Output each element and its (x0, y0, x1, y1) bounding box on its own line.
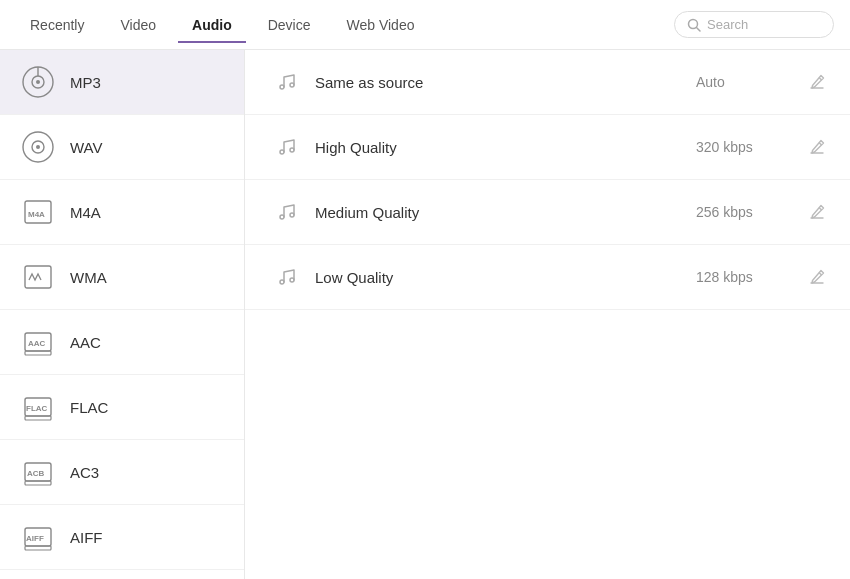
wav-icon (20, 129, 56, 165)
svg-rect-23 (25, 546, 51, 550)
music-note-icon-1 (269, 136, 305, 158)
content-panel: Same as source Auto High Quality 320 (245, 50, 850, 579)
svg-point-30 (280, 280, 284, 284)
search-icon (687, 18, 701, 32)
svg-rect-11 (25, 266, 51, 288)
wma-icon (20, 259, 56, 295)
tab-recently[interactable]: Recently (16, 9, 98, 43)
search-box[interactable] (674, 11, 834, 38)
svg-text:M4A: M4A (28, 210, 45, 219)
sidebar-item-ac3[interactable]: ACB AC3 (0, 440, 244, 505)
svg-point-26 (280, 150, 284, 154)
ac3-icon: ACB (20, 454, 56, 490)
music-note-icon-0 (269, 71, 305, 93)
tab-video[interactable]: Video (106, 9, 170, 43)
svg-point-28 (280, 215, 284, 219)
music-note-icon-2 (269, 201, 305, 223)
aac-icon: AAC (20, 324, 56, 360)
sidebar-label-flac: FLAC (70, 399, 108, 416)
tab-device[interactable]: Device (254, 9, 325, 43)
sidebar-item-aac[interactable]: AAC AAC (0, 310, 244, 375)
sidebar-item-flac[interactable]: FLAC FLAC (0, 375, 244, 440)
row-label-low-quality: Low Quality (315, 269, 696, 286)
music-note-icon-3 (269, 266, 305, 288)
sidebar-label-ac3: AC3 (70, 464, 99, 481)
row-label-same-as-source: Same as source (315, 74, 696, 91)
tab-audio[interactable]: Audio (178, 9, 246, 43)
search-input[interactable] (707, 17, 821, 32)
row-label-high-quality: High Quality (315, 139, 696, 156)
flac-icon: FLAC (20, 389, 56, 425)
tab-web-video[interactable]: Web Video (332, 9, 428, 43)
svg-text:FLAC: FLAC (26, 404, 48, 413)
sidebar-item-mp3[interactable]: MP3 (0, 50, 244, 115)
sidebar-label-wav: WAV (70, 139, 103, 156)
svg-line-1 (697, 27, 701, 31)
svg-point-24 (280, 85, 284, 89)
svg-point-31 (290, 278, 294, 282)
m4a-icon: M4A (20, 194, 56, 230)
svg-point-27 (290, 148, 294, 152)
edit-icon-0[interactable] (796, 73, 826, 91)
svg-point-29 (290, 213, 294, 217)
svg-text:AIFF: AIFF (26, 534, 44, 543)
sidebar: MP3 WAV M4A M4A (0, 50, 245, 579)
row-meta-low-quality: 128 kbps (696, 269, 796, 285)
row-same-as-source[interactable]: Same as source Auto (245, 50, 850, 115)
row-meta-same-as-source: Auto (696, 74, 796, 90)
sidebar-label-wma: WMA (70, 269, 107, 286)
row-medium-quality[interactable]: Medium Quality 256 kbps (245, 180, 850, 245)
sidebar-item-wma[interactable]: WMA (0, 245, 244, 310)
sidebar-item-wav[interactable]: WAV (0, 115, 244, 180)
row-high-quality[interactable]: High Quality 320 kbps (245, 115, 850, 180)
top-nav: Recently Video Audio Device Web Video (0, 0, 850, 50)
row-meta-medium-quality: 256 kbps (696, 204, 796, 220)
row-meta-high-quality: 320 kbps (696, 139, 796, 155)
edit-icon-3[interactable] (796, 268, 826, 286)
sidebar-label-aac: AAC (70, 334, 101, 351)
edit-icon-2[interactable] (796, 203, 826, 221)
aiff-icon: AIFF (20, 519, 56, 555)
sidebar-label-mp3: MP3 (70, 74, 101, 91)
svg-point-4 (36, 80, 40, 84)
svg-point-8 (36, 145, 40, 149)
sidebar-label-aiff: AIFF (70, 529, 103, 546)
sidebar-item-aiff[interactable]: AIFF AIFF (0, 505, 244, 570)
svg-text:ACB: ACB (27, 469, 45, 478)
svg-text:AAC: AAC (28, 339, 46, 348)
sidebar-label-m4a: M4A (70, 204, 101, 221)
edit-icon-1[interactable] (796, 138, 826, 156)
svg-point-25 (290, 83, 294, 87)
row-low-quality[interactable]: Low Quality 128 kbps (245, 245, 850, 310)
row-label-medium-quality: Medium Quality (315, 204, 696, 221)
mp3-icon (20, 64, 56, 100)
main-layout: MP3 WAV M4A M4A (0, 50, 850, 579)
sidebar-item-m4a[interactable]: M4A M4A (0, 180, 244, 245)
